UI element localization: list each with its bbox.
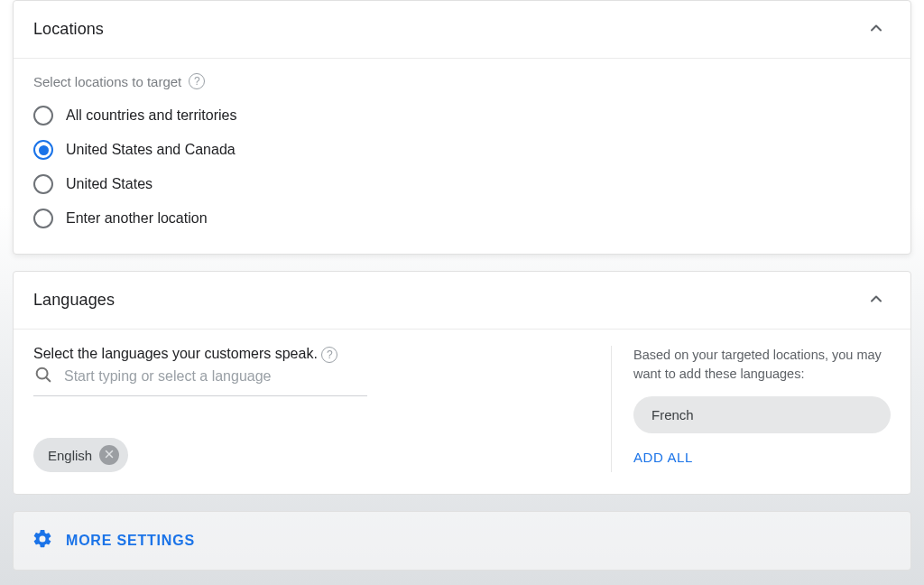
collapse-locations-button[interactable] (862, 14, 891, 45)
location-option-label: All countries and territories (66, 107, 236, 124)
radio-icon (33, 209, 53, 228)
languages-body: Select the languages your customers spea… (14, 330, 910, 494)
language-search-input[interactable] (62, 367, 367, 385)
location-option-other[interactable]: Enter another location (33, 201, 891, 236)
locations-card: Locations Select locations to target ? A… (13, 0, 911, 255)
languages-hint-text: Select the languages your customers spea… (33, 346, 318, 361)
more-settings-label: MORE SETTINGS (66, 533, 195, 549)
location-option-us-canada[interactable]: United States and Canada (33, 133, 891, 167)
remove-language-button[interactable] (99, 445, 119, 465)
location-option-all[interactable]: All countries and territories (33, 98, 891, 133)
radio-icon (33, 174, 53, 194)
gear-icon (32, 528, 53, 553)
languages-title: Languages (33, 291, 115, 310)
radio-icon (33, 140, 53, 160)
search-icon (33, 365, 53, 388)
chevron-up-icon (867, 26, 885, 40)
locations-body: Select locations to target ? All countri… (14, 59, 910, 254)
location-option-us[interactable]: United States (33, 167, 891, 201)
locations-hint-text: Select locations to target (33, 74, 181, 89)
svg-line-1 (46, 377, 50, 381)
close-icon (104, 449, 115, 462)
collapse-languages-button[interactable] (862, 284, 891, 316)
radio-icon (33, 106, 53, 125)
locations-title: Locations (33, 20, 104, 39)
location-option-label: United States (66, 176, 152, 192)
help-icon[interactable]: ? (321, 347, 337, 363)
selected-languages: English (33, 438, 593, 472)
locations-header: Locations (14, 1, 910, 58)
chevron-up-icon (867, 297, 885, 311)
languages-hint: Select the languages your customers spea… (33, 346, 593, 363)
languages-left-pane: Select the languages your customers spea… (33, 346, 611, 472)
languages-suggestions-pane: Based on your targeted locations, you ma… (611, 346, 891, 472)
more-settings-row[interactable]: MORE SETTINGS (13, 511, 911, 571)
languages-header: Languages (14, 272, 910, 329)
location-option-label: Enter another location (66, 210, 208, 227)
suggestions-intro: Based on your targeted locations, you ma… (633, 346, 891, 384)
language-chip-english: English (33, 438, 128, 472)
languages-card: Languages Select the languages your cust… (13, 271, 911, 495)
location-option-label: United States and Canada (66, 142, 236, 158)
help-icon[interactable]: ? (189, 73, 205, 89)
add-all-button[interactable]: ADD ALL (633, 450, 693, 465)
suggested-language-chip[interactable]: French (633, 396, 891, 433)
suggested-language-label: French (651, 407, 694, 422)
language-search-row (33, 363, 367, 396)
language-chip-label: English (48, 448, 92, 463)
locations-hint: Select locations to target ? (33, 73, 891, 89)
